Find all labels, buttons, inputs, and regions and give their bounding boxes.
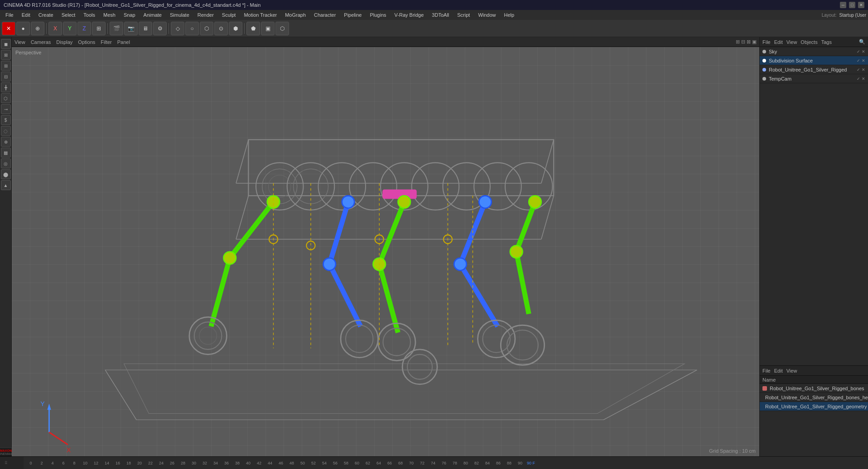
menu-animate[interactable]: Animate <box>140 11 165 19</box>
rpb-row-geometry[interactable]: Robot_Unitree_Go1_Silver_Rigged_geometry <box>760 402 868 411</box>
rpb-tab-view[interactable]: View <box>786 368 797 373</box>
rpb-row-helpers[interactable]: Robot_Unitree_Go1_Silver_Rigged_bones_he… <box>760 393 868 402</box>
sky-icon-1: ✓ <box>857 49 860 54</box>
svg-point-36 <box>346 325 373 353</box>
menu-motion-tracker[interactable]: Motion Tracker <box>240 11 280 19</box>
toolbar-world-axis[interactable]: ⊞ <box>92 22 106 35</box>
toolbar-render-view[interactable]: 📷 <box>124 22 138 35</box>
toolbar-undo-btn[interactable]: ✕ <box>2 22 15 35</box>
menu-select[interactable]: Select <box>58 11 79 19</box>
menu-render[interactable]: Render <box>194 11 217 19</box>
timeline-ruler[interactable]: 0 2 4 6 8 10 12 14 16 18 20 22 24 26 28 … <box>24 457 868 469</box>
toolbar-z-axis[interactable]: Z <box>77 22 91 35</box>
rpb-tab-edit[interactable]: Edit <box>774 368 783 373</box>
viewport-tab-cameras[interactable]: Cameras <box>31 39 51 45</box>
sidebar-btn-4[interactable]: ⊟ <box>1 72 11 81</box>
sidebar-btn-12[interactable]: ◎ <box>1 158 11 168</box>
svg-point-50 <box>483 325 511 353</box>
sidebar-btn-7[interactable]: ⊸ <box>1 104 11 114</box>
rpb-tab-file[interactable]: File <box>762 368 771 373</box>
svg-point-33 <box>323 258 336 271</box>
menu-create[interactable]: Create <box>35 11 57 19</box>
toolbar-obj5[interactable]: ⬢ <box>229 22 242 35</box>
viewport[interactable]: Y X Perspective Grid Spacing : 10 cm <box>12 47 759 456</box>
geometry-label: Robot_Unitree_Go1_Silver_Rigged_geometry <box>765 404 867 409</box>
menu-tools[interactable]: Tools <box>80 11 99 19</box>
rp-object-sky[interactable]: Sky ✓ ✕ <box>760 47 868 56</box>
menu-edit[interactable]: Edit <box>18 11 34 19</box>
viewport-tab-panel[interactable]: Panel <box>117 39 130 45</box>
rp-search-icon[interactable]: 🔍 <box>859 39 865 45</box>
tl-52: 52 <box>308 461 319 465</box>
sidebar-btn-5[interactable]: ╋ <box>1 82 11 92</box>
viewport-tab-display[interactable]: Display <box>56 39 72 45</box>
menu-mograph[interactable]: MoGraph <box>281 11 309 19</box>
rp-tab-objects[interactable]: Objects <box>800 39 817 45</box>
sky-label: Sky <box>769 49 854 54</box>
toolbar-obj8[interactable]: ⬡ <box>275 22 289 35</box>
svg-point-17 <box>349 163 397 210</box>
sidebar-btn-3[interactable]: ⊞ <box>1 61 11 71</box>
toolbar-obj2[interactable]: ○ <box>185 22 199 35</box>
tl-12: 12 <box>91 461 101 465</box>
menu-mesh[interactable]: Mesh <box>100 11 119 19</box>
svg-line-25 <box>211 258 230 326</box>
sky-color-dot <box>762 50 766 53</box>
sidebar-btn-8[interactable]: $ <box>1 115 11 125</box>
rp-tab-tags[interactable]: Tags <box>821 39 832 45</box>
svg-text:X: X <box>67 447 71 454</box>
menu-character[interactable]: Character <box>310 11 339 19</box>
toolbar-x-axis[interactable]: X <box>48 22 62 35</box>
viewport-tab-filter[interactable]: Filter <box>101 39 111 45</box>
menu-window[interactable]: Window <box>474 11 499 19</box>
tl-24: 24 <box>156 461 167 465</box>
rpb-row-bones[interactable]: Robot_Unitree_Go1_Silver_Rigged_bones <box>760 384 868 393</box>
tl-20: 20 <box>134 461 145 465</box>
sidebar-btn-10[interactable]: ⊕ <box>1 137 11 147</box>
menu-snap[interactable]: Snap <box>120 11 139 19</box>
sidebar-btn-14[interactable]: ▲ <box>1 180 11 190</box>
toolbar-redo-btn[interactable]: ● <box>16 22 30 35</box>
tl-90: 90 <box>515 461 526 465</box>
rp-tab-view[interactable]: View <box>786 39 797 45</box>
close-button[interactable]: ✕ <box>858 2 864 8</box>
helpers-label: Robot_Unitree_Go1_Silver_Rigged_bones_he… <box>765 395 868 400</box>
toolbar-render-settings[interactable]: ⚙ <box>153 22 167 35</box>
sidebar-btn-13[interactable]: ⬤ <box>1 169 11 179</box>
toolbar-select-btn[interactable]: ⊕ <box>31 22 44 35</box>
rp-object-tempcam[interactable]: TempCam ✓ ✕ <box>760 74 868 83</box>
menu-script[interactable]: Script <box>453 11 473 19</box>
sidebar-btn-11[interactable]: ▦ <box>1 148 11 158</box>
toolbar-render[interactable]: 🖥 <box>139 22 152 35</box>
menu-3dtoall[interactable]: 3DToAll <box>428 11 453 19</box>
tl-54: 54 <box>319 461 330 465</box>
rp-object-subdivision[interactable]: Subdivision Surface ✓ ✕ <box>760 56 868 65</box>
menu-simulate[interactable]: Simulate <box>166 11 193 19</box>
menu-pipeline[interactable]: Pipeline <box>340 11 365 19</box>
toolbar-obj3[interactable]: ⬡ <box>200 22 213 35</box>
toolbar-obj6[interactable]: ⬟ <box>246 22 260 35</box>
menu-vray[interactable]: V-Ray Bridge <box>391 11 428 19</box>
maximize-button[interactable]: □ <box>849 2 855 8</box>
toolbar-obj7[interactable]: ▣ <box>261 22 275 35</box>
toolbar-obj1[interactable]: ◇ <box>171 22 184 35</box>
sidebar-btn-1[interactable]: ◼ <box>1 39 11 49</box>
viewport-container: View Cameras Display Options Filter Pane… <box>12 37 759 456</box>
menu-file[interactable]: File <box>2 11 17 19</box>
menu-sculpt[interactable]: Sculpt <box>218 11 240 19</box>
menu-help[interactable]: Help <box>501 11 518 19</box>
viewport-tab-view[interactable]: View <box>14 39 25 45</box>
toolbar-y-axis[interactable]: Y <box>63 22 77 35</box>
title-bar: CINEMA 4D R17.016 Studio (R17) - [Robot_… <box>0 0 868 10</box>
rp-tab-file[interactable]: File <box>762 39 771 45</box>
viewport-tab-options[interactable]: Options <box>78 39 95 45</box>
minimize-button[interactable]: ─ <box>840 2 846 8</box>
sidebar-btn-2[interactable]: ⊠ <box>1 50 11 60</box>
toolbar-obj4[interactable]: ⊙ <box>214 22 228 35</box>
toolbar-render-region[interactable]: 🎬 <box>110 22 123 35</box>
sidebar-btn-9[interactable]: ◌ <box>1 126 11 136</box>
rp-tab-edit[interactable]: Edit <box>774 39 783 45</box>
menu-plugins[interactable]: Plugins <box>366 11 390 19</box>
rp-object-robot[interactable]: Robot_Unitree_Go1_Silver_Rigged ✓ ✕ <box>760 65 868 74</box>
sidebar-btn-6[interactable]: ⬡ <box>1 93 11 103</box>
